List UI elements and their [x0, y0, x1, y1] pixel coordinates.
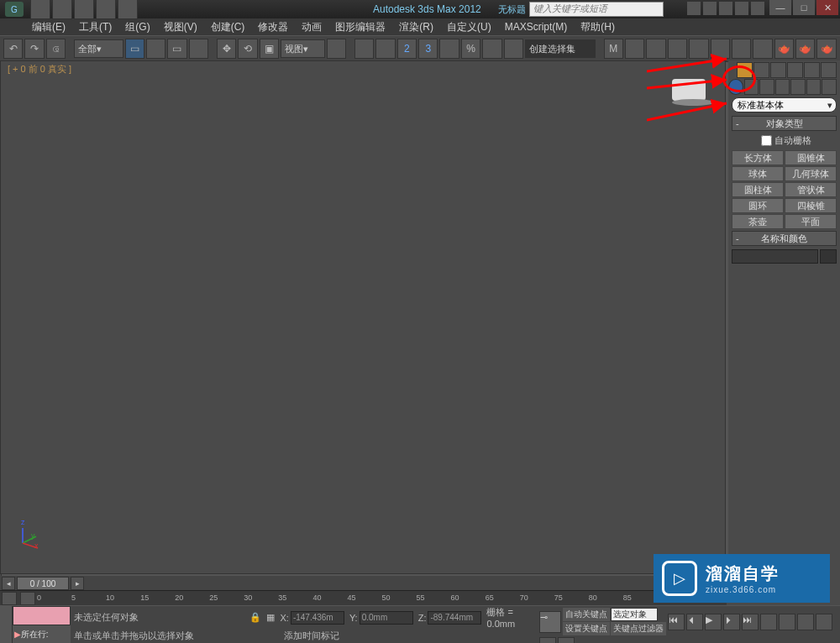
spacewarps-tab[interactable] — [806, 79, 822, 95]
cameras-tab[interactable] — [775, 79, 790, 95]
snaps-2d-button[interactable]: 2 — [397, 39, 417, 59]
snaps-3d-button[interactable]: 3 — [418, 39, 438, 59]
menu-grapheditors[interactable]: 图形编辑器 — [328, 18, 392, 36]
selection-filter-dropdown[interactable]: 全部 ▾ — [74, 39, 123, 58]
scale-button[interactable]: ▣ — [260, 39, 279, 59]
infocenter-btn[interactable] — [751, 2, 764, 15]
infocenter-btn[interactable] — [703, 2, 717, 15]
keyboard-button[interactable] — [375, 39, 395, 59]
viewcube-placeholder-icon[interactable] — [672, 76, 714, 109]
object-type-rollout[interactable]: -对象类型 — [732, 116, 837, 131]
menu-rendering[interactable]: 渲染(R) — [392, 18, 440, 36]
modify-tab[interactable] — [753, 62, 769, 78]
render-last-button[interactable]: 🫖 — [795, 39, 815, 59]
autogrid-checkbox[interactable]: 自动栅格 — [732, 133, 837, 149]
viewport[interactable]: [ + 0 前 0 真实 ] zyx — [0, 60, 727, 574]
track-bar[interactable]: 051015202530354045505560657075808590 — [0, 590, 727, 606]
cone-button[interactable]: 圆锥体 — [785, 150, 837, 165]
render-setup-button[interactable] — [732, 39, 751, 59]
timeslider-next[interactable]: ▸ — [71, 577, 84, 590]
render-prod-button[interactable]: 🫖 — [816, 39, 836, 59]
goto-end-button[interactable]: ⏭ — [742, 614, 759, 630]
autokey-button[interactable]: 自动关键点 — [563, 608, 610, 621]
nav-fov-button[interactable] — [816, 614, 832, 630]
add-time-tag[interactable]: 添加时间标记 — [284, 630, 339, 642]
material-editor-button[interactable] — [711, 39, 730, 59]
angle-snap-button[interactable] — [439, 39, 459, 59]
menu-edit[interactable]: 编辑(E) — [25, 18, 72, 36]
infocenter-btn[interactable] — [735, 2, 748, 15]
spinner-snap-button[interactable] — [482, 39, 501, 59]
qa-btn[interactable] — [118, 0, 138, 19]
cylinder-button[interactable]: 圆柱体 — [732, 182, 784, 197]
create-tab[interactable] — [737, 62, 753, 78]
minimize-button[interactable]: — — [769, 0, 791, 15]
lock-icon[interactable]: 🔒 — [249, 612, 261, 623]
nav-pan-button[interactable] — [760, 614, 777, 630]
qa-btn[interactable] — [74, 0, 94, 19]
geosphere-button[interactable]: 几何球体 — [785, 166, 837, 181]
select-object-button[interactable]: ▭ — [125, 39, 144, 59]
menu-help[interactable]: 帮助(H) — [574, 18, 622, 36]
nav-zoom-button[interactable] — [779, 614, 795, 630]
qa-btn[interactable] — [52, 0, 72, 19]
teapot-button[interactable]: 茶壶 — [732, 214, 784, 229]
object-name-input[interactable] — [732, 249, 818, 264]
percent-snap-button[interactable]: % — [461, 39, 480, 59]
select-region-button[interactable]: ▭ — [167, 39, 186, 59]
coord-y-input[interactable] — [360, 611, 413, 625]
lights-tab[interactable] — [759, 79, 774, 95]
app-logo-icon[interactable]: G — [5, 2, 24, 17]
refcoord-dropdown[interactable]: 视图 ▾ — [281, 39, 325, 58]
named-selection-dropdown[interactable]: 创建选择集 — [525, 39, 596, 58]
rendered-frame-button[interactable] — [753, 39, 772, 59]
select-name-button[interactable] — [146, 39, 165, 59]
mirror-button[interactable]: M — [604, 39, 623, 59]
undo-button[interactable]: ↶ — [3, 39, 23, 59]
coord-z-input[interactable] — [428, 611, 481, 625]
link-button[interactable]: ⟃ — [46, 39, 66, 59]
menu-create[interactable]: 创建(C) — [204, 18, 252, 36]
layers-button[interactable] — [646, 39, 665, 59]
geometry-tab[interactable] — [728, 79, 743, 95]
box-button[interactable]: 长方体 — [732, 150, 784, 165]
tube-button[interactable]: 管状体 — [785, 182, 837, 197]
qa-btn[interactable] — [96, 0, 116, 19]
keysel-field[interactable]: 选定对象 — [611, 608, 658, 621]
time-slider[interactable]: ◂ 0 / 100 ▸ — [0, 576, 727, 591]
display-tab L
_name=[interactable] — [804, 62, 820, 78]
align-button[interactable] — [625, 39, 644, 59]
nav-maximize-button[interactable] — [558, 637, 575, 643]
primitive-category-dropdown[interactable]: 标准基本体 — [732, 97, 837, 112]
timeslider-prev[interactable]: ◂ — [2, 577, 15, 590]
redo-button[interactable]: ↷ — [24, 39, 44, 59]
move-button[interactable]: ✥ — [217, 39, 236, 59]
timeslider-handle[interactable]: 0 / 100 — [17, 577, 69, 590]
torus-button[interactable]: 圆环 — [732, 198, 784, 213]
helpers-tab[interactable] — [790, 79, 806, 95]
coord-toggle-icon[interactable]: ▦ — [266, 612, 275, 623]
hierarchy-tab[interactable] — [770, 62, 786, 78]
menu-views[interactable]: 视图(V) — [157, 18, 204, 36]
menu-modifiers[interactable]: 修改器 — [251, 18, 295, 36]
plane-button[interactable]: 平面 — [785, 214, 837, 229]
motion-tab[interactable] — [787, 62, 803, 78]
coord-x-input[interactable] — [291, 611, 344, 625]
viewport-label[interactable]: [ + 0 前 0 真实 ] — [8, 63, 71, 76]
pivot-button[interactable] — [327, 39, 346, 59]
window-crossing-button[interactable] — [189, 39, 208, 59]
macro-recorder[interactable] — [13, 606, 71, 625]
frame-ruler[interactable]: 051015202530354045505560657075808590 — [37, 592, 727, 605]
infocenter-btn[interactable] — [719, 2, 732, 15]
setkey-large-button[interactable]: ⊸ — [539, 611, 561, 633]
goto-start-button[interactable]: ⏮ — [668, 614, 685, 630]
menu-customize[interactable]: 自定义(U) — [440, 18, 498, 36]
edit-named-button[interactable] — [504, 39, 523, 59]
utilities-tab[interactable] — [821, 62, 837, 78]
maximize-button[interactable]: □ — [793, 0, 815, 15]
trackbar-toggle[interactable] — [2, 592, 17, 605]
prev-frame-button[interactable]: ⏴ — [686, 614, 703, 630]
keyfilter-button[interactable]: 关键点过滤器 — [611, 622, 666, 635]
rotate-button[interactable]: ⟲ — [238, 39, 257, 59]
object-color-swatch[interactable] — [820, 249, 837, 264]
